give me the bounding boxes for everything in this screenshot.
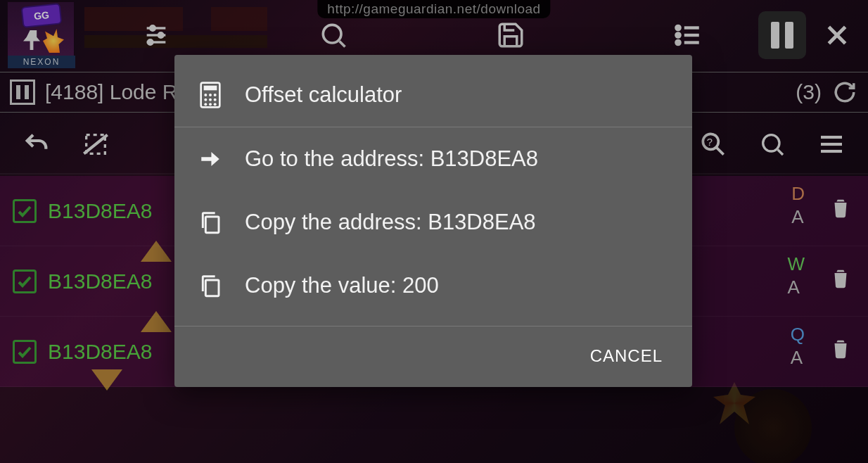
- svg-point-28: [204, 94, 207, 96]
- cancel-button[interactable]: CANCEL: [582, 341, 671, 372]
- arrow-right-icon: [197, 146, 224, 172]
- menu-label: Go to the address: B13D8EA8: [245, 146, 538, 172]
- svg-rect-27: [204, 86, 217, 91]
- menu-offset-calculator[interactable]: Offset calculator: [174, 63, 692, 127]
- svg-point-30: [214, 94, 217, 96]
- menu-copy-address[interactable]: Copy the address: B13D8EA8: [174, 191, 692, 254]
- svg-point-36: [214, 103, 217, 106]
- svg-point-34: [204, 103, 207, 106]
- menu-label: Offset calculator: [245, 82, 402, 108]
- svg-point-32: [209, 99, 212, 101]
- svg-point-35: [209, 103, 212, 106]
- copy-icon: [197, 272, 224, 299]
- menu-copy-value[interactable]: Copy the value: 200: [174, 254, 692, 317]
- context-menu-modal: Offset calculator Go to the address: B13…: [174, 55, 692, 387]
- svg-rect-37: [205, 217, 219, 233]
- svg-point-29: [209, 94, 212, 96]
- copy-icon: [197, 209, 224, 236]
- svg-rect-38: [205, 280, 219, 296]
- menu-label: Copy the address: B13D8EA8: [245, 210, 536, 235]
- calculator-icon: [197, 82, 224, 108]
- svg-point-33: [214, 99, 217, 101]
- menu-goto-address[interactable]: Go to the address: B13D8EA8: [174, 127, 692, 191]
- svg-point-31: [204, 99, 207, 101]
- app-root: { "watermark": "http://gameguardian.net/…: [0, 0, 868, 463]
- menu-label: Copy the value: 200: [245, 273, 439, 298]
